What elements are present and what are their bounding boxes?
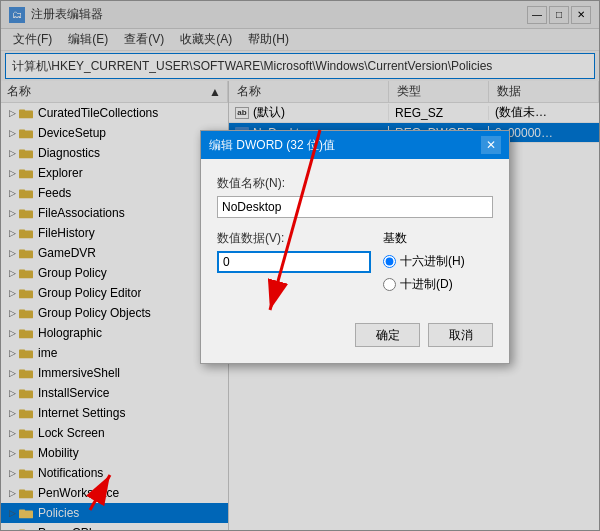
dialog-overlay: 编辑 DWORD (32 位)值 ✕ 数值名称(N): 数值数据(V): 基数 … (0, 0, 600, 531)
value-name-input[interactable] (217, 196, 493, 218)
dec-radio-input[interactable] (383, 278, 396, 291)
value-name-label: 数值名称(N): (217, 175, 493, 192)
hex-radio-label: 十六进制(H) (400, 253, 465, 270)
base-label: 基数 (383, 230, 493, 247)
cancel-button[interactable]: 取消 (428, 323, 493, 347)
value-data-input[interactable] (217, 251, 371, 273)
dialog-body: 数值名称(N): 数值数据(V): 基数 十六进制(H) 十进制(D) (201, 159, 509, 363)
base-section: 基数 十六进制(H) 十进制(D) (383, 230, 493, 299)
dec-radio-label: 十进制(D) (400, 276, 453, 293)
edit-dword-dialog: 编辑 DWORD (32 位)值 ✕ 数值名称(N): 数值数据(V): 基数 … (200, 130, 510, 364)
value-data-label: 数值数据(V): (217, 230, 371, 247)
dialog-close-button[interactable]: ✕ (481, 136, 501, 154)
dialog-data-row: 数值数据(V): 基数 十六进制(H) 十进制(D) (217, 230, 493, 299)
dialog-buttons: 确定 取消 (217, 315, 493, 347)
ok-button[interactable]: 确定 (355, 323, 420, 347)
hex-radio-input[interactable] (383, 255, 396, 268)
dialog-title-bar: 编辑 DWORD (32 位)值 ✕ (201, 131, 509, 159)
value-data-section: 数值数据(V): (217, 230, 371, 273)
dec-radio-item[interactable]: 十进制(D) (383, 276, 493, 293)
hex-radio-item[interactable]: 十六进制(H) (383, 253, 493, 270)
dialog-title: 编辑 DWORD (32 位)值 (209, 137, 335, 154)
